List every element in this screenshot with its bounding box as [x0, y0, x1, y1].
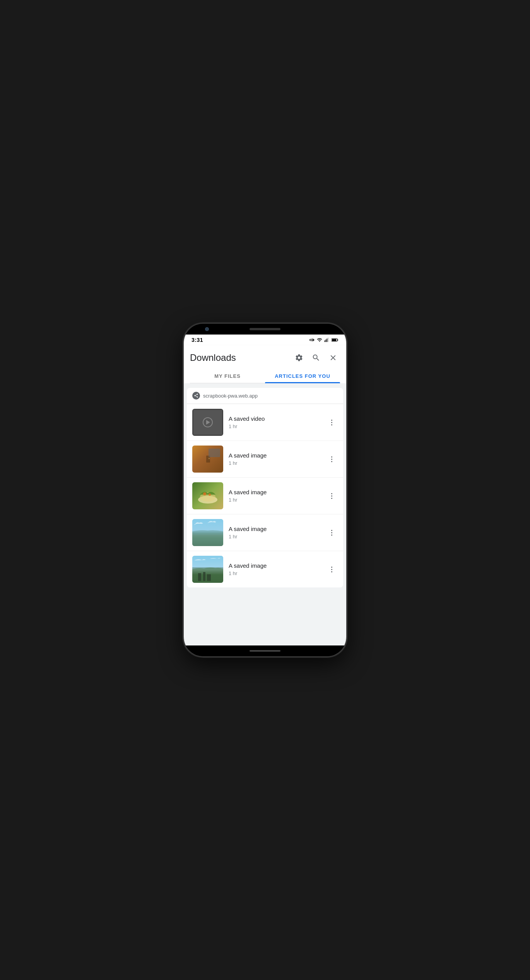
- cityscape-icon: [192, 556, 223, 583]
- speaker: [250, 328, 280, 330]
- app-bar-row: Downloads: [190, 351, 340, 365]
- door-icon: [203, 456, 212, 463]
- list-item[interactable]: A saved image 1 hr: [187, 440, 343, 477]
- item-title: A saved image: [229, 489, 320, 495]
- svg-rect-18: [198, 573, 201, 581]
- app-bar: Downloads: [184, 345, 346, 383]
- source-header: scrapbook-pwa.web.app: [187, 388, 343, 404]
- svg-point-12: [203, 492, 206, 495]
- close-icon: [329, 353, 337, 362]
- app-bar-actions: [292, 351, 340, 365]
- monitor-base: [204, 432, 212, 434]
- item-info: A saved video 1 hr: [229, 415, 320, 429]
- landscape-icon: [192, 519, 223, 546]
- item-meta: 1 hr: [229, 534, 320, 540]
- tab-articles-for-you[interactable]: ARTICLES FOR YOU: [265, 369, 340, 383]
- svg-rect-16: [192, 556, 223, 569]
- item-info: A saved image 1 hr: [229, 562, 320, 576]
- content-area: scrapbook-pwa.web.app A saved video: [184, 383, 346, 645]
- more-vert-icon: [331, 420, 332, 425]
- phone-frame: 3:31: [184, 324, 346, 656]
- item-meta: 1 hr: [229, 423, 320, 429]
- item-menu-button[interactable]: [325, 453, 338, 465]
- source-card: scrapbook-pwa.web.app A saved video: [187, 388, 343, 587]
- image-thumbnail: [192, 482, 223, 509]
- search-button[interactable]: [309, 351, 323, 365]
- item-info: A saved image 1 hr: [229, 452, 320, 466]
- item-meta: 1 hr: [229, 497, 320, 503]
- item-menu-button[interactable]: [325, 490, 338, 502]
- item-info: A saved image 1 hr: [229, 526, 320, 540]
- phone-bottom: [184, 645, 346, 656]
- settings-button[interactable]: [292, 351, 306, 365]
- signal-icon: [324, 337, 330, 343]
- list-item[interactable]: A saved image 1 hr: [187, 514, 343, 551]
- image-green: [192, 482, 223, 509]
- item-title: A saved image: [229, 526, 320, 532]
- item-meta: 1 hr: [229, 460, 320, 466]
- video-thumbnail: [192, 409, 223, 436]
- phone-screen: 3:31: [184, 335, 346, 645]
- vibrate-icon: [309, 337, 315, 343]
- play-triangle: [206, 420, 210, 425]
- more-vert-icon: [331, 567, 332, 572]
- home-indicator: [250, 650, 280, 652]
- svg-rect-1: [326, 340, 327, 342]
- list-item[interactable]: A saved image 1 hr: [187, 477, 343, 514]
- video-thumb-inner: [193, 410, 222, 435]
- item-menu-button[interactable]: [325, 526, 338, 539]
- time-display: 3:31: [191, 337, 203, 343]
- phone-top-bar: [184, 324, 346, 335]
- image-thumbnail: [192, 519, 223, 546]
- close-button[interactable]: [326, 351, 340, 365]
- svg-rect-9: [209, 458, 210, 459]
- svg-rect-20: [207, 574, 211, 581]
- svg-rect-6: [332, 339, 336, 341]
- camera: [205, 327, 209, 331]
- source-name: scrapbook-pwa.web.app: [203, 393, 258, 399]
- item-title: A saved video: [229, 415, 320, 422]
- image-thumbnail: [192, 556, 223, 583]
- status-icons: [309, 337, 339, 343]
- source-icon: [192, 392, 200, 400]
- item-meta: 1 hr: [229, 570, 320, 576]
- page-title: Downloads: [190, 352, 236, 363]
- svg-rect-3: [328, 338, 328, 342]
- svg-rect-19: [203, 572, 205, 581]
- item-title: A saved image: [229, 452, 320, 459]
- gear-icon: [295, 353, 303, 362]
- svg-rect-5: [337, 339, 338, 341]
- image-orange: [192, 446, 223, 473]
- battery-icon: [332, 337, 339, 343]
- tab-my-files[interactable]: MY FILES: [190, 369, 265, 383]
- tabs-bar: MY FILES ARTICLES FOR YOU: [190, 369, 340, 383]
- more-vert-icon: [331, 493, 332, 499]
- list-item[interactable]: A saved image 1 hr: [187, 551, 343, 587]
- image-thumbnail: [192, 446, 223, 473]
- share-icon: [194, 393, 198, 398]
- item-menu-button[interactable]: [325, 416, 338, 429]
- item-info: A saved image 1 hr: [229, 489, 320, 503]
- image-sky2: [192, 556, 223, 583]
- image-sky: [192, 519, 223, 546]
- more-vert-icon: [331, 530, 332, 536]
- item-menu-button[interactable]: [325, 563, 338, 575]
- food-icon: [196, 486, 219, 505]
- wifi-icon: [317, 337, 322, 343]
- more-vert-icon: [331, 456, 332, 462]
- svg-rect-2: [327, 339, 327, 342]
- item-title: A saved image: [229, 562, 320, 569]
- play-button-circle: [203, 417, 213, 427]
- svg-rect-0: [325, 340, 325, 342]
- svg-point-13: [209, 493, 211, 496]
- search-icon: [312, 353, 320, 362]
- status-bar: 3:31: [184, 335, 346, 345]
- list-item[interactable]: A saved video 1 hr: [187, 404, 343, 440]
